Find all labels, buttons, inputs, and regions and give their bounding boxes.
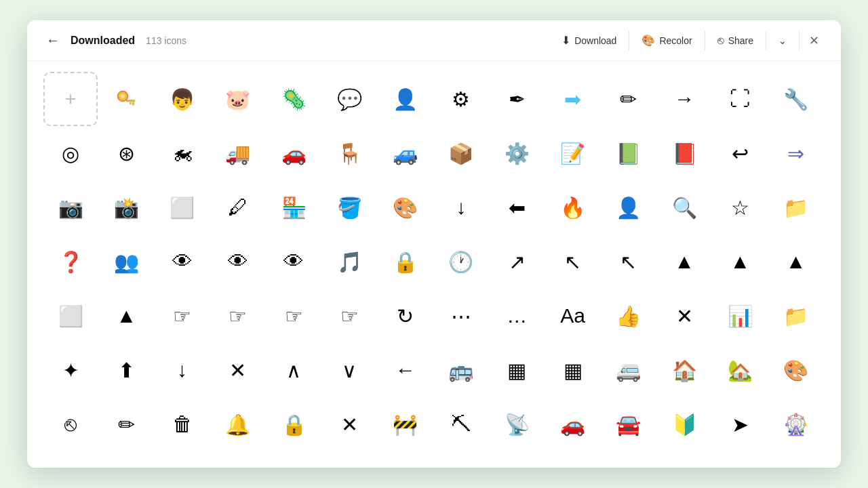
icon-cell-settings-ring[interactable]: ◎ [43,126,98,180]
icon-cell-cursor6[interactable]: ▲ [99,289,153,343]
icon-cell-virus[interactable]: 🦠 [267,72,321,126]
icon-cell-pen[interactable]: ✒ [490,72,544,126]
icon-cell-chevron-up[interactable]: ∧ [267,343,321,397]
icon-cell-pencil-slash[interactable]: ✏ [601,72,656,126]
icon-cell-cursor3[interactable]: ▲ [657,235,711,289]
icon-cell-navigate[interactable]: ➤ [713,397,767,451]
icon-cell-table[interactable]: ▦ [490,343,544,397]
icon-cell-pen2[interactable]: 🖊 [211,180,265,235]
icon-cell-car2[interactable]: 🚘 [601,397,656,451]
icon-cell-book[interactable]: 📗 [601,126,656,180]
icon-cell-question[interactable]: ❓ [43,235,98,289]
icon-cell-delete-badge[interactable]: ✕ [657,289,711,343]
icon-cell-arrow-right[interactable]: → [657,72,711,126]
icon-cell-gears-cloud[interactable]: ⚙️ [490,126,544,180]
icon-cell-cursor2[interactable]: ↖ [601,235,656,289]
icon-cell-pig-bank[interactable]: 🐷 [211,72,265,126]
icon-cell-palette[interactable]: 🎨 [378,180,433,235]
icon-cell-radar[interactable]: 📡 [490,397,544,451]
icon-cell-eye-slash[interactable]: 👁 [155,235,210,289]
icon-cell-instagram[interactable]: 📷 [43,180,98,235]
icon-cell-bar-chart[interactable]: 📊 [713,289,767,343]
icon-cell-touch4[interactable]: ☞ [322,289,376,343]
icon-cell-motorcycle[interactable]: 🏍 [155,126,210,180]
icon-cell-star[interactable]: ☆ [713,180,767,235]
icon-cell-table2[interactable]: ▦ [546,343,600,397]
icon-cell-back-circle[interactable]: ⬅ [490,180,544,235]
icon-cell-arrow-down[interactable]: ↓ [434,180,488,235]
download-button[interactable]: ⬇ Download [553,30,625,51]
icon-cell-cursor1[interactable]: ↖ [546,235,600,289]
icon-cell-add[interactable]: + [43,72,98,126]
icon-cell-close[interactable]: ✕ [211,343,265,397]
icon-cell-lock2[interactable]: 🔒 [267,397,321,451]
icon-cell-book2[interactable]: 📕 [657,126,711,180]
icon-cell-chair[interactable]: 🪑 [322,126,376,180]
icon-cell-undo-circle[interactable]: ↩ [713,126,767,180]
share-button[interactable]: ⎋ Share [709,30,762,51]
more-button[interactable]: ⌄ [770,31,795,50]
icon-cell-person-circle[interactable]: 👤 [378,72,433,126]
icon-cell-folder2[interactable]: 📁 [769,289,823,343]
icon-cell-lock[interactable]: 🔒 [378,235,433,289]
icon-cell-download-alt[interactable]: ↓ [155,343,210,397]
icon-cell-car-electric[interactable]: 🚙 [378,126,433,180]
icon-cell-more-circle[interactable]: ⋯ [434,289,488,343]
icon-cell-colors[interactable]: 🎨 [769,343,823,397]
icon-cell-home2[interactable]: 🏡 [713,343,767,397]
icon-cell-fire[interactable]: 🔥 [546,180,600,235]
icon-cell-bell[interactable]: 🔔 [211,397,265,451]
icon-cell-instagram-color[interactable]: 📸 [99,180,153,235]
icon-cell-select-box[interactable]: ⬜ [43,289,98,343]
icon-cell-mower[interactable]: 🔧 [769,72,823,126]
icon-cell-archive[interactable]: 📦 [434,126,488,180]
icon-cell-refresh[interactable]: ↻ [378,289,433,343]
icon-cell-arrow-right-outline[interactable]: ⇒ [769,126,823,180]
icon-cell-home[interactable]: 🏠 [657,343,711,397]
icon-cell-car-outline[interactable]: 🚗 [267,126,321,180]
icon-cell-store[interactable]: 🏪 [267,180,321,235]
icon-cell-folder-outline[interactable]: 📁 [769,180,823,235]
icon-cell-text[interactable]: Aa [546,289,600,343]
icon-cell-more-dots[interactable]: … [490,289,544,343]
icon-cell-cursor4[interactable]: ▲ [713,235,767,289]
recolor-button[interactable]: 🎨 Recolor [633,30,700,51]
icon-cell-link-external[interactable]: ↗ [490,235,544,289]
icon-cell-arrow-right-blue[interactable]: ➡ [546,72,600,126]
icon-cell-music[interactable]: 🎵 [322,235,376,289]
icon-cell-gear[interactable]: ⚙ [434,72,488,126]
icon-cell-shovel[interactable]: ⛏ [434,397,488,451]
icon-cell-search[interactable]: 🔍 [657,180,711,235]
icon-cell-eraser[interactable]: ⬜ [155,180,210,235]
close-button[interactable]: ✕ [804,30,825,51]
icon-cell-person2[interactable]: 👤 [601,180,656,235]
back-button[interactable]: ← [43,30,62,51]
icon-cell-steering-wheel[interactable]: 🎡 [769,397,823,451]
icon-cell-clock[interactable]: 🕐 [434,235,488,289]
icon-cell-eye[interactable]: 👁 [267,235,321,289]
icon-cell-bus[interactable]: 🚌 [434,343,488,397]
icon-cell-key[interactable] [99,72,153,126]
icon-cell-settings-ring2[interactable]: ⊛ [99,126,153,180]
icon-cell-touch1[interactable]: ☞ [155,289,210,343]
icon-cell-paint-bucket[interactable]: 🪣 [322,180,376,235]
icon-cell-expand[interactable]: ✦ [43,343,98,397]
icon-cell-thumbs-up[interactable]: 👍 [601,289,656,343]
icon-cell-trash[interactable]: 🗑 [155,397,210,451]
icon-cell-chat-dots[interactable]: 💬 [322,72,376,126]
icon-cell-file-edit[interactable]: 📝 [546,126,600,180]
icon-cell-cursor5[interactable]: ▲ [769,235,823,289]
icon-cell-upload-circle[interactable]: ⬆ [99,343,153,397]
icon-cell-people[interactable]: 👥 [99,235,153,289]
icon-cell-edit-line[interactable]: ✏ [99,397,153,451]
icon-cell-arrow-left[interactable]: ← [378,343,433,397]
icon-cell-truck[interactable]: 🚚 [211,126,265,180]
icon-cell-share[interactable]: ⎋ [43,397,98,451]
icon-cell-eye-slash2[interactable]: 👁 [211,235,265,289]
icon-cell-person-emoji[interactable]: 👦 [155,72,210,126]
icon-cell-touch2[interactable]: ☞ [211,289,265,343]
icon-cell-chevron-down[interactable]: ∨ [322,343,376,397]
icon-cell-close2[interactable]: ✕ [322,397,376,451]
icon-cell-rv[interactable]: 🚐 [601,343,656,397]
icon-cell-car[interactable]: 🚗 [546,397,600,451]
